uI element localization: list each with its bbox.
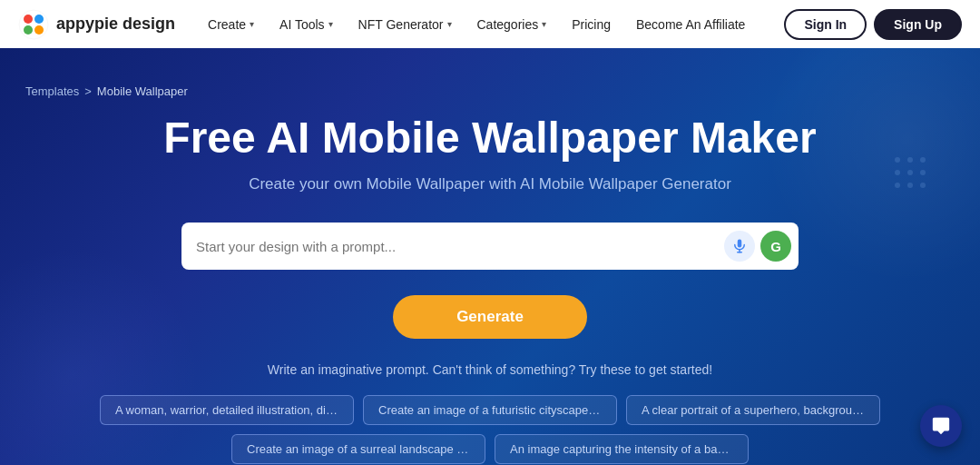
google-icon[interactable]: G bbox=[760, 231, 791, 262]
chat-icon bbox=[931, 416, 951, 436]
breadcrumb-separator: > bbox=[84, 84, 92, 98]
svg-point-4 bbox=[34, 25, 44, 35]
breadcrumb: Templates > Mobile Wallpaper bbox=[0, 75, 980, 104]
breadcrumb-parent[interactable]: Templates bbox=[25, 84, 79, 98]
brand-name: appypie design bbox=[56, 15, 175, 34]
prompt-tags: A woman, warrior, detailed illustration,… bbox=[36, 395, 944, 464]
generate-button[interactable]: Generate bbox=[393, 295, 587, 339]
logo[interactable]: appypie design bbox=[18, 9, 175, 40]
svg-point-0 bbox=[19, 10, 48, 39]
hero-subtitle: Create your own Mobile Wallpaper with AI… bbox=[249, 175, 731, 193]
prompt-hint: Write an imaginative prompt. Can't think… bbox=[268, 362, 712, 377]
search-input[interactable] bbox=[196, 239, 724, 254]
signup-button[interactable]: Sign Up bbox=[874, 9, 962, 40]
prompt-tag[interactable]: A clear portrait of a superhero, backgro… bbox=[626, 395, 880, 425]
hero-title: Free AI Mobile Wallpaper Maker bbox=[163, 113, 816, 163]
prompt-tag[interactable]: Create an image of a surreal landscape w… bbox=[231, 434, 485, 464]
microphone-icon[interactable] bbox=[724, 231, 755, 262]
svg-rect-5 bbox=[738, 240, 742, 248]
nav-items: Create ▾ AI Tools ▾ NFT Generator ▾ Cate… bbox=[197, 12, 756, 37]
chat-bubble-button[interactable] bbox=[920, 405, 962, 447]
hero-section: Templates > Mobile Wallpaper Free AI Mob… bbox=[0, 48, 980, 465]
chevron-down-icon: ▾ bbox=[250, 19, 254, 29]
chevron-down-icon: ▾ bbox=[542, 19, 546, 29]
svg-point-1 bbox=[24, 15, 33, 24]
nav-item-categories[interactable]: Categories ▾ bbox=[466, 12, 558, 37]
prompt-tag[interactable]: Create an image of a futuristic cityscap… bbox=[363, 395, 617, 425]
prompt-tag[interactable]: An image capturing the intensity of a ba… bbox=[495, 434, 749, 464]
nav-item-nft-generator[interactable]: NFT Generator ▾ bbox=[348, 12, 463, 37]
nav-item-pricing[interactable]: Pricing bbox=[561, 12, 622, 37]
logo-icon bbox=[18, 9, 49, 40]
nav-item-ai-tools[interactable]: AI Tools ▾ bbox=[269, 12, 344, 37]
nav-item-affiliate[interactable]: Become An Affiliate bbox=[625, 12, 756, 37]
prompt-tag[interactable]: A woman, warrior, detailed illustration,… bbox=[100, 395, 354, 425]
chevron-down-icon: ▾ bbox=[328, 19, 333, 29]
decorative-dots bbox=[895, 157, 926, 188]
nav-item-create[interactable]: Create ▾ bbox=[197, 12, 265, 37]
navbar: appypie design Create ▾ AI Tools ▾ NFT G… bbox=[0, 0, 980, 48]
search-bar: G bbox=[181, 223, 799, 270]
svg-point-2 bbox=[34, 15, 44, 24]
chevron-down-icon: ▾ bbox=[447, 19, 452, 29]
svg-point-3 bbox=[24, 25, 33, 35]
signin-button[interactable]: Sign In bbox=[784, 9, 867, 40]
breadcrumb-current: Mobile Wallpaper bbox=[97, 84, 188, 98]
search-icons: G bbox=[724, 231, 791, 262]
